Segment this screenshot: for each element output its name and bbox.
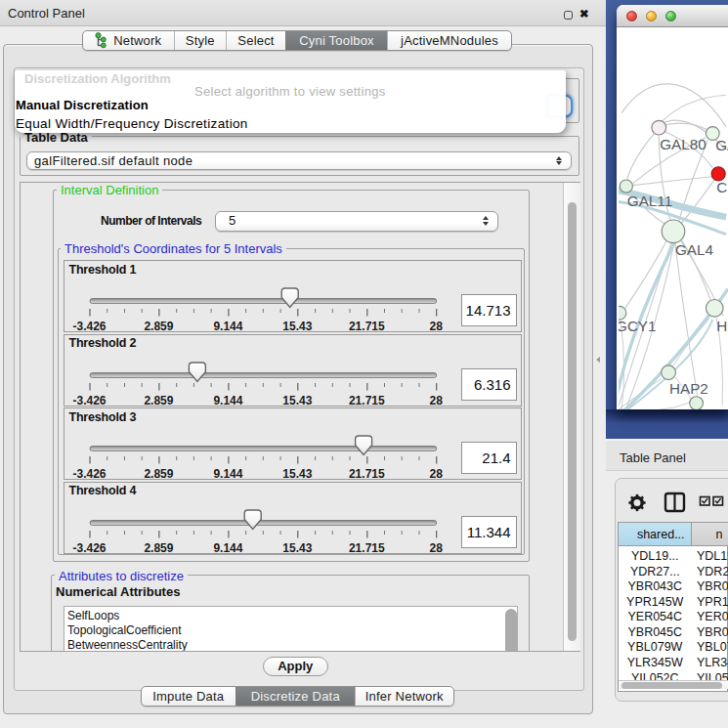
svg-text:GAL4: GAL4 <box>675 241 713 258</box>
svg-text:C: C <box>716 179 727 195</box>
svg-text:GCY1: GCY1 <box>619 318 657 334</box>
svg-text:GAL11: GAL11 <box>627 193 672 209</box>
svg-text:GAL80: GAL80 <box>660 136 706 152</box>
svg-text:H: H <box>716 318 727 334</box>
svg-text:HAP2: HAP2 <box>669 380 708 397</box>
svg-text:GA: GA <box>715 137 728 153</box>
